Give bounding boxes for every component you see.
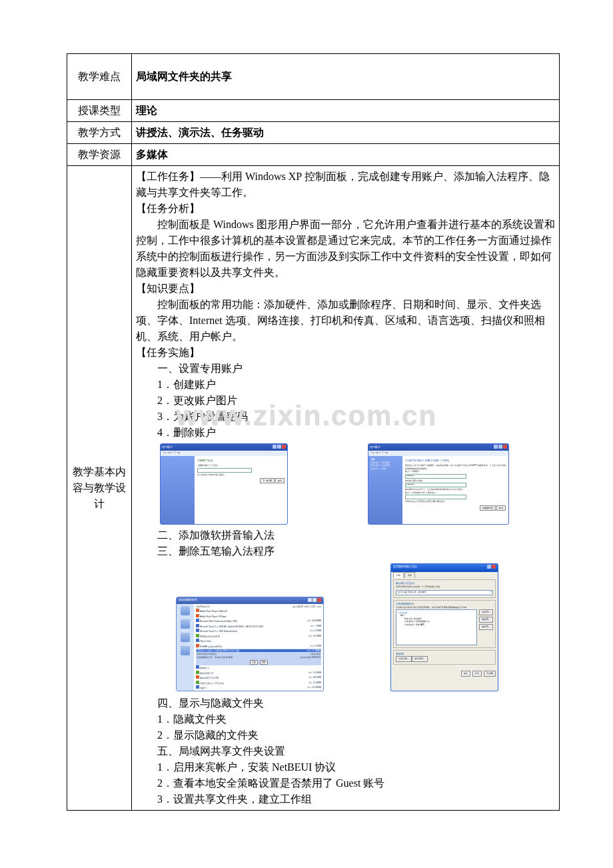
services-tree[interactable]: 中文(中国) 键盘 · 简体中文 - 美式键盘 · 中文 (简体) - 智能拼音… (396, 609, 477, 645)
remove-button[interactable]: 删除 (260, 660, 268, 665)
analysis-heading: 【任务分析】 (136, 201, 555, 217)
hint: 这个名称会出现在 欢迎 屏幕上。 (197, 473, 285, 477)
task-heading: 【工作任务】——利用 Windows XP 控制面板，完成创建专用账户、添加输入… (136, 169, 555, 201)
tab-advanced[interactable]: 高级 (404, 572, 415, 578)
step-1-1: 1．创建账户 (136, 377, 555, 393)
cancel-button[interactable]: 取消 (472, 671, 482, 677)
step-5-1: 1．启用来宾帐户，安装 NetBEUI 协议 (136, 759, 555, 775)
password-input[interactable] (405, 474, 466, 479)
analysis-text: 控制面板是 Windows 图形用户界面一部分，它允许用户查看并进行基本的系统设… (136, 217, 555, 281)
list-item[interactable]: WinRAR 压缩文件管理器 (200, 645, 222, 648)
headline: 为新帐户起名 (197, 459, 285, 463)
ok-button[interactable]: 确定 (461, 671, 470, 677)
list-item[interactable]: Adobe Flash Player 10 ActiveX (200, 610, 227, 613)
properties-button[interactable]: 属性(P)... (479, 624, 493, 630)
col-header: 当前安装的程序： (196, 605, 212, 609)
step-4-1: 1．隐藏文件夹 (136, 711, 555, 727)
list-item[interactable]: 搜狗浏览器 1.3 (200, 672, 213, 675)
points-heading: 【知识要点】 (136, 281, 555, 297)
remove-button[interactable]: 删除(R) (479, 617, 493, 623)
user-account-password-window: 用户帐户 ◎上一步 ◎ 下一步 了解 正在创建一个安全密码 正在创建一个好的密码… (368, 443, 509, 525)
points-text: 控制面板的常用功能：添加硬件、添加或删除程序、日期和时间、显示、文件夹选项、字体… (136, 297, 555, 345)
method-value: 讲授法、演示法、任务驱动 (132, 122, 560, 144)
resource-value: 多媒体 (132, 144, 560, 166)
change-button[interactable]: 更改 (250, 660, 258, 665)
window-title: 用户帐户 (162, 445, 173, 449)
window-title: 添加或删除程序 (179, 598, 197, 603)
list-item[interactable]: Microsoft Visual C++ 2005 ATL Update kb9… (200, 625, 263, 628)
body-content: 【工作任务】——利用 Windows XP 控制面板，完成创建专用账户、添加输入… (132, 166, 560, 811)
default-language-dropdown[interactable]: 中文 (中国) - 简体中文 - 美式键盘 (396, 590, 493, 595)
label: 输入一个新密码： (405, 470, 506, 473)
language-bar-button[interactable]: 语言栏(B)... (396, 656, 412, 662)
type-label: 授课类型 (67, 100, 132, 122)
step-3: 三、删除五笔输入法程序 (136, 543, 555, 559)
tab-settings[interactable]: 设置 (393, 572, 404, 578)
add-button[interactable]: 添加(D)... (479, 609, 493, 615)
user-account-new-window: 用户帐户 ◎上一步 ◎ 下一步 为新帐户起名 为新帐户键入一个名称： 这个名称会… (160, 443, 288, 525)
lesson-plan-table: 教学难点 局域网文件夹的共享 授课类型 理论 教学方式 讲授法、演示法、任务驱动… (67, 53, 560, 811)
body-label: 教学基本内容与教学设计 (67, 166, 132, 811)
list-item[interactable]: Microsoft Visual C++ 2005 Redistributabl… (200, 630, 237, 633)
hint: 为新帐户键入一个名称： (197, 464, 285, 467)
step-1: 一、设置专用账户 (136, 361, 555, 377)
step-2: 二、添加微软拼音输入法 (136, 527, 555, 543)
list-item[interactable]: 迅雷7.1 (200, 687, 207, 689)
method-label: 教学方式 (67, 122, 132, 144)
step-4-2: 2．显示隐藏的文件夹 (136, 727, 555, 743)
list-item[interactable]: PDF阅读器 6.0.3.0118 (200, 635, 220, 638)
step-1-3: 3．为账户设置密码 (136, 409, 555, 425)
show-updates[interactable]: 显示更新(D) (293, 605, 303, 608)
step-5: 五、局域网共享文件夹设置 (136, 743, 555, 759)
dialog-title: 文字服务和输入语言 (393, 565, 417, 571)
cancel-button[interactable]: 取消 (275, 478, 285, 483)
sort-by[interactable]: 排序方式(S)：名称 (305, 605, 321, 608)
headline: 为 秘书专用账户 的帐户创建一个密码 (405, 459, 506, 463)
create-password-button[interactable]: 创建密码(C) (480, 505, 496, 511)
hint: 所有使用这台计算机的人都可以看见密码提示。 (405, 500, 506, 503)
hint: 您正在为 秘书专用账户 创建密码。如果您这样做，秘书专用账户 将丢失所有 EFS… (405, 464, 506, 470)
list-item[interactable]: 万能五笔输入法 2.3 正式版 (200, 682, 224, 685)
list-item[interactable]: Adobe Flash Player 10 Plugin (200, 615, 227, 618)
impl-heading: 【任务实施】 (136, 345, 555, 361)
list-item[interactable]: TRace Tools (200, 640, 211, 643)
step-1-2: 2．更改账户图片 (136, 393, 555, 409)
step-1-4: 4．删除账户 (136, 425, 555, 441)
step-5-3: 3．设置共享文件夹，建立工作组 (136, 791, 555, 807)
cancel-button[interactable]: 取消 (496, 505, 506, 511)
difficulty-value: 局域网文件夹的共享 (132, 54, 560, 100)
label: 再次输入密码以确认： (405, 479, 506, 483)
side-item: 正在记住一个密码 (370, 467, 400, 471)
list-item[interactable]: Microsoft Office Professional Edition 20… (200, 620, 237, 623)
window-title: 用户帐户 (370, 445, 380, 449)
add-remove-programs-window: 添加或删除程序 当前安装的程序： 显示更新(D) 排序方式(S)：名称 Adob… (176, 597, 324, 691)
input-languages-dialog: 文字服务和输入语言 设置高级 默认输入语言(L) 选择计算机启动时要使用的一个已… (390, 563, 498, 691)
selected-program[interactable]: 万能五笔 内测版本 更新日期 2009.11.9.11 青铜 大小 17.78M… (196, 649, 321, 665)
step-5-2: 2．查看本地安全策略设置是否禁用了 Guest 账号 (136, 775, 555, 791)
resource-label: 教学资源 (67, 144, 132, 166)
apply-button[interactable]: 应用(A) (484, 671, 496, 677)
difficulty-label: 教学难点 (67, 54, 132, 100)
key-settings-button[interactable]: 键设置(K)... (412, 656, 428, 662)
group-text: 选择计算机启动时要使用的一个已安装的输入语言。 (396, 585, 493, 589)
hint: 输入一个单词或短语作为 密码提示： (405, 491, 506, 495)
type-value: 理论 (132, 100, 560, 122)
password-confirm-input[interactable] (405, 483, 466, 487)
list-item[interactable]: 暴风影音5 2.2.5.17M (200, 677, 219, 679)
list-item[interactable]: 搜狗输入法 (200, 667, 210, 669)
step-4: 四、显示与隐藏文件夹 (136, 695, 555, 711)
next-button[interactable]: 下一步 (N) (260, 478, 275, 483)
